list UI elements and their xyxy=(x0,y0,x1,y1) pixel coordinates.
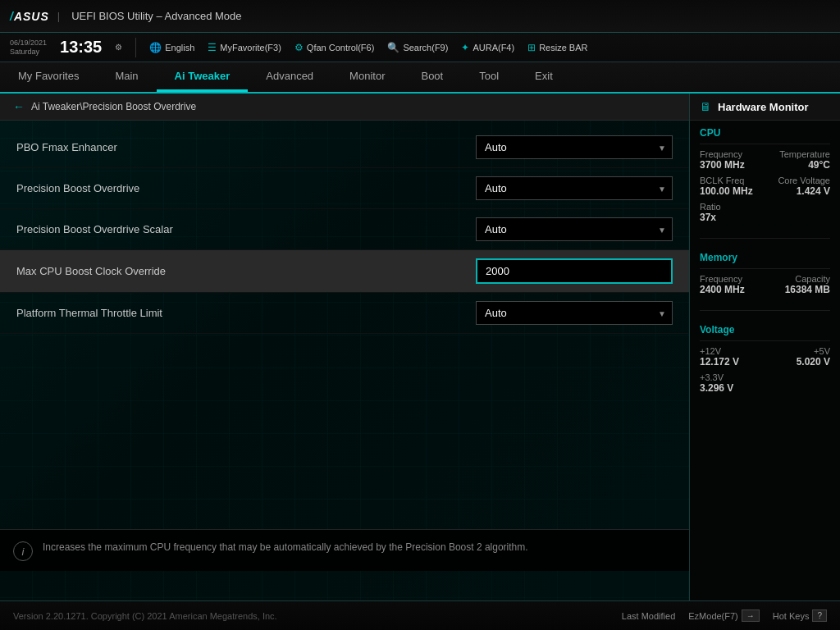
main-area: ← Ai Tweaker\Precision Boost Overdrive P… xyxy=(0,94,840,600)
setting-thermal-throttle-control: Auto Enabled Disabled xyxy=(476,301,673,325)
setting-max-cpu-boost-input[interactable] xyxy=(476,258,673,284)
topbar-qfan[interactable]: ⚙ Qfan Control(F6) xyxy=(294,42,375,53)
voltage-12v-row: +12V 12.172 V +5V 5.020 V xyxy=(700,346,830,368)
setting-thermal-throttle-label: Platform Thermal Throttle Limit xyxy=(16,307,476,319)
nav-tool[interactable]: Tool xyxy=(461,62,517,92)
setting-pbo-fmax: PBO Fmax Enhancer Auto Enabled Disabled xyxy=(0,127,689,168)
setting-precision-boost-label: Precision Boost Overdrive xyxy=(16,182,476,194)
nav: My Favorites Main Ai Tweaker Advanced Mo… xyxy=(0,62,840,94)
datetime: 06/19/2021 Saturday xyxy=(10,39,47,57)
setting-thermal-throttle-select[interactable]: Auto Enabled Disabled xyxy=(476,301,673,325)
info-text: Increases the maximum CPU frequency that… xyxy=(43,540,528,555)
setting-precision-boost: Precision Boost Overdrive Auto Enabled D… xyxy=(0,168,689,209)
footer-buttons: Last Modified EzMode(F7) → Hot Keys ? xyxy=(622,609,827,622)
nav-main[interactable]: Main xyxy=(97,62,156,92)
setting-precision-scalar-select[interactable]: Auto 1X2X3X 4X5X6X 7X8X9X 10X xyxy=(476,217,673,241)
setting-precision-scalar-label: Precision Boost Overdrive Scalar xyxy=(16,223,476,235)
setting-precision-boost-control: Auto Enabled Disabled Manual Advanced xyxy=(476,176,673,200)
memory-capacity-label: Capacity xyxy=(785,274,830,284)
topbar-resizebar-label: Resize BAR xyxy=(539,43,587,52)
setting-pbo-fmax-select[interactable]: Auto Enabled Disabled xyxy=(476,135,673,159)
last-modified-label: Last Modified xyxy=(622,611,675,621)
topbar-aura[interactable]: ✦ AURA(F4) xyxy=(461,42,514,53)
voltage-12v-value: 12.172 V xyxy=(700,356,739,368)
topbar-resizebar[interactable]: ⊞ Resize BAR xyxy=(527,42,587,53)
topbar-search[interactable]: 🔍 Search(F9) xyxy=(387,42,448,53)
cpu-section: CPU Frequency 3700 MHz Temperature 49°C … xyxy=(690,121,840,231)
cpu-temp-value: 49°C xyxy=(779,159,830,171)
info-icon: i xyxy=(13,541,33,561)
settings-list: PBO Fmax Enhancer Auto Enabled Disabled … xyxy=(0,121,689,340)
clock-gear-icon: ⚙ xyxy=(115,43,122,52)
breadcrumb: ← Ai Tweaker\Precision Boost Overdrive xyxy=(0,94,689,121)
hardware-monitor-title: Hardware Monitor xyxy=(718,101,809,113)
nav-ai-tweaker[interactable]: Ai Tweaker xyxy=(157,62,249,92)
breadcrumb-back-button[interactable]: ← xyxy=(13,100,25,113)
topbar-myfavorite-label: MyFavorite(F3) xyxy=(220,43,281,52)
footer: Version 2.20.1271. Copyright (C) 2021 Am… xyxy=(0,600,840,630)
monitor-icon: 🖥 xyxy=(700,100,711,113)
hardware-monitor-sidebar: 🖥 Hardware Monitor CPU Frequency 3700 MH… xyxy=(689,94,840,600)
memory-freq-row: Frequency 2400 MHz Capacity 16384 MB xyxy=(700,274,830,295)
topbar: 06/19/2021 Saturday 13:35 ⚙ 🌐 English ☰ … xyxy=(0,33,840,62)
voltage-33v-value: 3.296 V xyxy=(700,382,733,394)
header-divider: | xyxy=(57,10,60,22)
cpu-freq-value: 3700 MHz xyxy=(700,159,745,171)
setting-max-cpu-boost-control xyxy=(476,258,673,284)
voltage-33v-label: +3.3V xyxy=(700,372,733,382)
nav-my-favorites[interactable]: My Favorites xyxy=(0,62,97,92)
cpu-bclk-row: BCLK Freq 100.00 MHz Core Voltage 1.424 … xyxy=(700,176,830,197)
nav-boot[interactable]: Boot xyxy=(403,62,461,92)
aura-icon: ✦ xyxy=(461,42,469,53)
asus-logo: /ASUS xyxy=(10,10,49,23)
setting-max-cpu-boost-label: Max CPU Boost Clock Override xyxy=(16,265,476,277)
memory-section-title: Memory xyxy=(700,252,830,269)
hot-keys-question-icon: ? xyxy=(812,609,827,622)
setting-thermal-throttle: Platform Thermal Throttle Limit Auto Ena… xyxy=(0,293,689,334)
setting-pbo-fmax-label: PBO Fmax Enhancer xyxy=(16,141,476,153)
date: 06/19/2021 xyxy=(10,39,47,48)
voltage-33v-row: +3.3V 3.296 V xyxy=(700,372,830,394)
memory-section: Memory Frequency 2400 MHz Capacity 16384… xyxy=(690,245,840,304)
cpu-temp-label: Temperature xyxy=(779,149,830,159)
ezmode-button[interactable]: EzMode(F7) → xyxy=(688,609,760,622)
cpu-bclk-value: 100.00 MHz xyxy=(700,185,753,197)
voltage-5v-value: 5.020 V xyxy=(797,356,830,368)
sidebar-divider-2 xyxy=(700,310,830,311)
footer-version: Version 2.20.1271. Copyright (C) 2021 Am… xyxy=(13,611,277,621)
setting-max-cpu-boost: Max CPU Boost Clock Override xyxy=(0,250,689,293)
cpu-voltage-label: Core Voltage xyxy=(778,176,830,185)
resize-icon: ⊞ xyxy=(527,42,536,53)
topbar-divider-1 xyxy=(135,38,136,57)
setting-precision-boost-select[interactable]: Auto Enabled Disabled Manual Advanced xyxy=(476,176,673,200)
clock: 13:35 xyxy=(60,38,102,57)
day: Saturday xyxy=(10,48,47,57)
topbar-myfavorite[interactable]: ☰ MyFavorite(F3) xyxy=(208,42,281,53)
cpu-bclk-label: BCLK Freq xyxy=(700,176,753,185)
topbar-english-label: English xyxy=(165,43,194,52)
ezmode-label: EzMode(F7) xyxy=(688,611,738,621)
ezmode-arrow-icon: → xyxy=(742,609,760,622)
last-modified-button[interactable]: Last Modified xyxy=(622,609,675,622)
setting-precision-scalar-control: Auto 1X2X3X 4X5X6X 7X8X9X 10X xyxy=(476,217,673,241)
memory-freq-label: Frequency xyxy=(700,274,745,284)
cpu-ratio-label: Ratio xyxy=(700,202,721,212)
setting-precision-scalar: Precision Boost Overdrive Scalar Auto 1X… xyxy=(0,209,689,250)
hot-keys-button[interactable]: Hot Keys ? xyxy=(773,609,827,622)
nav-advanced[interactable]: Advanced xyxy=(248,62,331,92)
nav-exit[interactable]: Exit xyxy=(517,62,571,92)
cpu-freq-row: Frequency 3700 MHz Temperature 49°C xyxy=(700,149,830,171)
nav-monitor[interactable]: Monitor xyxy=(331,62,403,92)
sidebar-divider-1 xyxy=(700,238,830,239)
memory-freq-value: 2400 MHz xyxy=(700,284,745,295)
left-area: ← Ai Tweaker\Precision Boost Overdrive P… xyxy=(0,94,689,600)
fan-icon: ⚙ xyxy=(294,42,304,53)
voltage-section-title: Voltage xyxy=(700,324,830,341)
hardware-monitor-header: 🖥 Hardware Monitor xyxy=(690,94,840,121)
voltage-5v-label: +5V xyxy=(797,346,830,356)
header: /ASUS | UEFI BIOS Utility – Advanced Mod… xyxy=(0,0,840,33)
topbar-qfan-label: Qfan Control(F6) xyxy=(307,43,375,52)
setting-pbo-fmax-control: Auto Enabled Disabled xyxy=(476,135,673,159)
topbar-english[interactable]: 🌐 English xyxy=(149,42,194,53)
voltage-12v-label: +12V xyxy=(700,346,739,356)
